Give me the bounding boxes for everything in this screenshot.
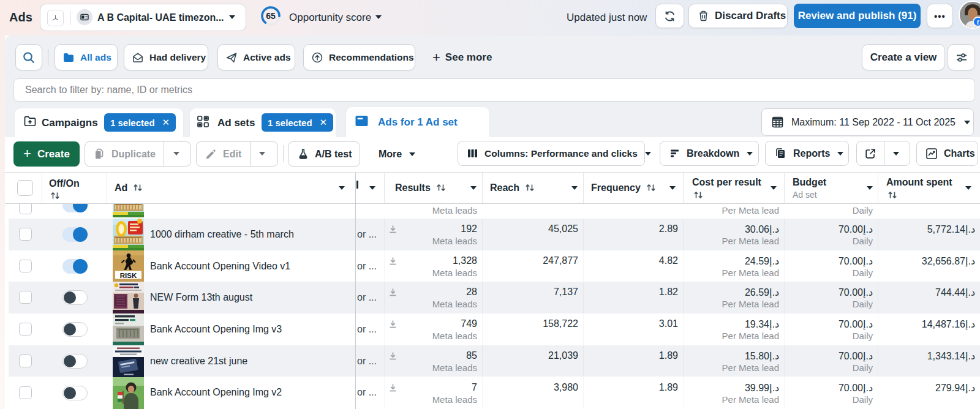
svg-text:65: 65 [266, 11, 276, 21]
svg-text:RISK: RISK [120, 271, 137, 279]
